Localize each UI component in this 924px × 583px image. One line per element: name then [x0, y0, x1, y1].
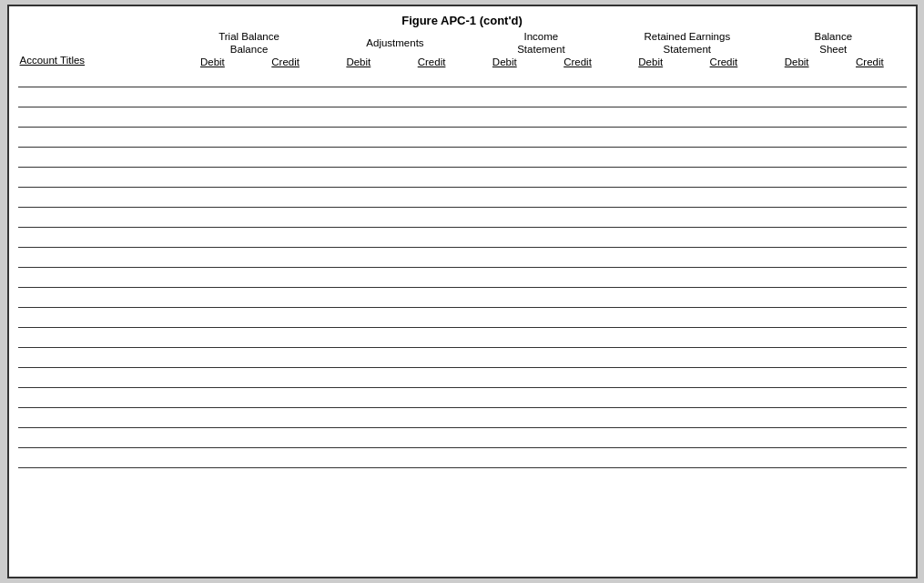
table-row[interactable] — [18, 87, 907, 107]
amount-cell[interactable] — [541, 428, 614, 448]
amount-cell[interactable] — [322, 388, 395, 408]
amount-cell[interactable] — [468, 208, 541, 228]
amount-cell[interactable] — [541, 87, 614, 107]
amount-cell[interactable] — [176, 328, 249, 348]
amount-cell[interactable] — [687, 128, 760, 148]
amount-cell[interactable] — [760, 128, 833, 148]
amount-cell[interactable] — [322, 368, 395, 388]
amount-cell[interactable] — [687, 228, 760, 248]
table-row[interactable] — [18, 208, 907, 228]
amount-cell[interactable] — [249, 328, 322, 348]
amount-cell[interactable] — [760, 388, 833, 408]
amount-cell[interactable] — [322, 148, 395, 168]
amount-cell[interactable] — [176, 168, 249, 188]
amount-cell[interactable] — [833, 248, 906, 268]
amount-cell[interactable] — [395, 388, 468, 408]
amount-cell[interactable] — [760, 107, 833, 128]
amount-cell[interactable] — [687, 448, 760, 468]
amount-cell[interactable] — [687, 107, 760, 128]
account-title-cell[interactable] — [18, 67, 177, 87]
amount-cell[interactable] — [468, 228, 541, 248]
table-row[interactable] — [18, 428, 907, 448]
amount-cell[interactable] — [468, 248, 541, 268]
amount-cell[interactable] — [541, 228, 614, 248]
amount-cell[interactable] — [541, 208, 614, 228]
amount-cell[interactable] — [760, 168, 833, 188]
amount-cell[interactable] — [249, 67, 322, 87]
amount-cell[interactable] — [541, 107, 614, 128]
amount-cell[interactable] — [395, 308, 468, 328]
amount-cell[interactable] — [249, 188, 322, 208]
amount-cell[interactable] — [541, 328, 614, 348]
amount-cell[interactable] — [760, 208, 833, 228]
amount-cell[interactable] — [687, 148, 760, 168]
amount-cell[interactable] — [541, 188, 614, 208]
amount-cell[interactable] — [833, 268, 906, 288]
amount-cell[interactable] — [833, 128, 906, 148]
amount-cell[interactable] — [614, 368, 687, 388]
amount-cell[interactable] — [468, 268, 541, 288]
amount-cell[interactable] — [687, 208, 760, 228]
account-title-cell[interactable] — [18, 348, 177, 368]
amount-cell[interactable] — [614, 208, 687, 228]
table-row[interactable] — [18, 128, 907, 148]
amount-cell[interactable] — [687, 288, 760, 308]
table-row[interactable] — [18, 228, 907, 248]
amount-cell[interactable] — [176, 408, 249, 428]
amount-cell[interactable] — [541, 408, 614, 428]
account-title-cell[interactable] — [18, 208, 177, 228]
amount-cell[interactable] — [687, 368, 760, 388]
amount-cell[interactable] — [468, 328, 541, 348]
table-row[interactable] — [18, 268, 907, 288]
amount-cell[interactable] — [614, 228, 687, 248]
amount-cell[interactable] — [833, 107, 906, 128]
amount-cell[interactable] — [614, 308, 687, 328]
account-title-cell[interactable] — [18, 248, 177, 268]
amount-cell[interactable] — [176, 388, 249, 408]
amount-cell[interactable] — [614, 107, 687, 128]
amount-cell[interactable] — [395, 228, 468, 248]
amount-cell[interactable] — [687, 188, 760, 208]
amount-cell[interactable] — [395, 188, 468, 208]
table-row[interactable] — [18, 308, 907, 328]
amount-cell[interactable] — [322, 448, 395, 468]
account-title-cell[interactable] — [18, 228, 177, 248]
amount-cell[interactable] — [614, 288, 687, 308]
table-row[interactable] — [18, 148, 907, 168]
amount-cell[interactable] — [176, 188, 249, 208]
amount-cell[interactable] — [687, 248, 760, 268]
amount-cell[interactable] — [322, 107, 395, 128]
amount-cell[interactable] — [322, 188, 395, 208]
account-title-cell[interactable] — [18, 107, 177, 128]
amount-cell[interactable] — [833, 148, 906, 168]
amount-cell[interactable] — [176, 308, 249, 328]
amount-cell[interactable] — [468, 308, 541, 328]
amount-cell[interactable] — [322, 308, 395, 328]
amount-cell[interactable] — [760, 448, 833, 468]
amount-cell[interactable] — [395, 368, 468, 388]
amount-cell[interactable] — [249, 348, 322, 368]
amount-cell[interactable] — [833, 448, 906, 468]
amount-cell[interactable] — [687, 408, 760, 428]
amount-cell[interactable] — [760, 368, 833, 388]
account-title-cell[interactable] — [18, 288, 177, 308]
amount-cell[interactable] — [468, 128, 541, 148]
amount-cell[interactable] — [760, 188, 833, 208]
amount-cell[interactable] — [395, 87, 468, 107]
amount-cell[interactable] — [760, 428, 833, 448]
amount-cell[interactable] — [760, 328, 833, 348]
amount-cell[interactable] — [833, 368, 906, 388]
amount-cell[interactable] — [249, 128, 322, 148]
amount-cell[interactable] — [833, 208, 906, 228]
account-title-cell[interactable] — [18, 448, 177, 468]
amount-cell[interactable] — [468, 388, 541, 408]
amount-cell[interactable] — [614, 168, 687, 188]
amount-cell[interactable] — [395, 67, 468, 87]
amount-cell[interactable] — [687, 268, 760, 288]
amount-cell[interactable] — [468, 107, 541, 128]
amount-cell[interactable] — [322, 128, 395, 148]
amount-cell[interactable] — [468, 368, 541, 388]
amount-cell[interactable] — [541, 268, 614, 288]
amount-cell[interactable] — [833, 288, 906, 308]
amount-cell[interactable] — [760, 87, 833, 107]
